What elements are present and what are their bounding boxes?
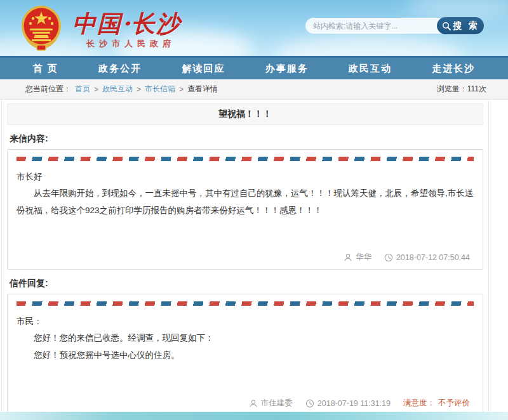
breadcrumb-separator: > [94, 85, 98, 94]
view-count-label: 浏览量： [437, 84, 467, 93]
breadcrumb-link-mayor-mailbox[interactable]: 市长信箱 [145, 84, 175, 95]
breadcrumb-separator: > [179, 85, 184, 94]
reply-meta: 市住建委 2018-07-19 11:31:19 满意度：不予评价 [17, 394, 474, 411]
breadcrumb: 您当前位置： 首页 > 政民互动 > 市长信箱 > 查看详情 [25, 84, 218, 95]
national-emblem-icon [20, 4, 62, 51]
cloud-decoration [406, 0, 508, 19]
airmail-border-decoration [17, 301, 474, 306]
letter-text: 市长好 从去年限购开始，到现如今，一直未摇中号，其中有过自己的犹豫，运气！！！现… [17, 169, 474, 219]
breadcrumb-link-interaction[interactable]: 政民互动 [102, 84, 133, 95]
reply-line-1: 您好！您的来信已收悉。经调查，现回复如下： [17, 330, 474, 346]
reply-date: 2018-07-19 11:31:19 [305, 399, 391, 408]
reply-author: 市住建委 [249, 398, 293, 409]
reply-author-name: 市住建委 [261, 398, 293, 409]
site-title: 中国·长沙 [72, 11, 181, 36]
breadcrumb-current: 查看详情 [187, 84, 218, 95]
breadcrumb-link-home[interactable]: 首页 [75, 84, 90, 95]
reply-box: 市民： 您好！您的来信已收悉。经调查，现回复如下： 您好！预祝您摇中号选中心仪的… [7, 294, 483, 416]
satisfaction-value: 不予评价 [438, 398, 470, 409]
person-icon [249, 399, 258, 408]
reply-label: 信件回复: [10, 278, 481, 289]
site-brand[interactable]: 中国·长沙 长沙市人民政府 [20, 4, 181, 51]
nav-item-interaction[interactable]: 政民互动 [349, 63, 392, 75]
search-button-label: 搜 索 [453, 20, 479, 32]
reply-text: 市民： 您好！您的来信已收悉。经调查，现回复如下： 您好！预祝您摇中号选中心仪的… [17, 313, 474, 364]
site-header: 中国·长沙 长沙市人民政府 搜 索 [0, 0, 508, 56]
clock-icon [384, 253, 393, 262]
site-subtitle: 长沙市人民政府 [86, 38, 181, 49]
breadcrumb-separator: > [137, 85, 141, 94]
letter-date-value: 2018-07-12 07:50:44 [396, 253, 470, 262]
search-input[interactable] [305, 18, 442, 34]
search-icon [442, 22, 451, 30]
letter-content-label: 来信内容: [10, 133, 481, 145]
view-count-value: 111次 [467, 84, 486, 93]
breadcrumb-bar: 您当前位置： 首页 > 政民互动 > 市长信箱 > 查看详情 浏览量：111次 [0, 79, 508, 100]
letter-date: 2018-07-12 07:50:44 [384, 253, 470, 262]
site-search: 搜 索 [305, 17, 484, 34]
letter-meta: 华华 2018-07-12 07:50:44 [17, 248, 474, 265]
nav-item-about-changsha[interactable]: 走进长沙 [432, 63, 475, 75]
nav-item-gov-affairs[interactable]: 政务公开 [98, 63, 142, 75]
brand-text: 中国·长沙 长沙市人民政府 [72, 4, 181, 49]
letter-body: 从去年限购开始，到现如今，一直未摇中号，其中有过自己的犹豫，运气！！！现认筹天健… [17, 185, 474, 219]
main-content: 望祝福！！！ 来信内容: 市长好 从去年限购开始，到现如今，一直未摇中号，其中有… [1, 100, 489, 420]
satisfaction-label: 满意度： [403, 398, 435, 409]
clock-icon [305, 399, 314, 408]
breadcrumb-prefix: 您当前位置： [25, 84, 71, 95]
satisfaction-rating[interactable]: 满意度：不予评价 [403, 398, 470, 409]
letter-content-box: 市长好 从去年限购开始，到现如今，一直未摇中号，其中有过自己的犹豫，运气！！！现… [7, 149, 483, 270]
nav-item-interpretation[interactable]: 解读回应 [182, 63, 225, 75]
reply-greeting: 市民： [17, 313, 474, 330]
letter-author-name: 华华 [356, 252, 371, 263]
airmail-border-decoration [17, 157, 474, 161]
reply-date-value: 2018-07-19 11:31:19 [318, 399, 391, 408]
nav-item-services[interactable]: 办事服务 [265, 63, 309, 75]
reply-line-2: 您好！预祝您摇中号选中心仪的住房。 [17, 347, 474, 364]
nav-item-home[interactable]: 首 页 [33, 63, 58, 75]
letter-greeting: 市长好 [17, 169, 474, 185]
view-count: 浏览量：111次 [437, 84, 486, 95]
cloud-decoration [273, 35, 464, 56]
person-icon [344, 253, 352, 262]
letter-author: 华华 [344, 252, 371, 263]
main-nav: 首 页 政务公开 解读回应 办事服务 政民互动 走进长沙 [0, 56, 508, 79]
search-button[interactable]: 搜 索 [437, 17, 484, 34]
letter-title: 望祝福！！！ [7, 103, 483, 125]
footer-decoration-bar [0, 412, 508, 420]
